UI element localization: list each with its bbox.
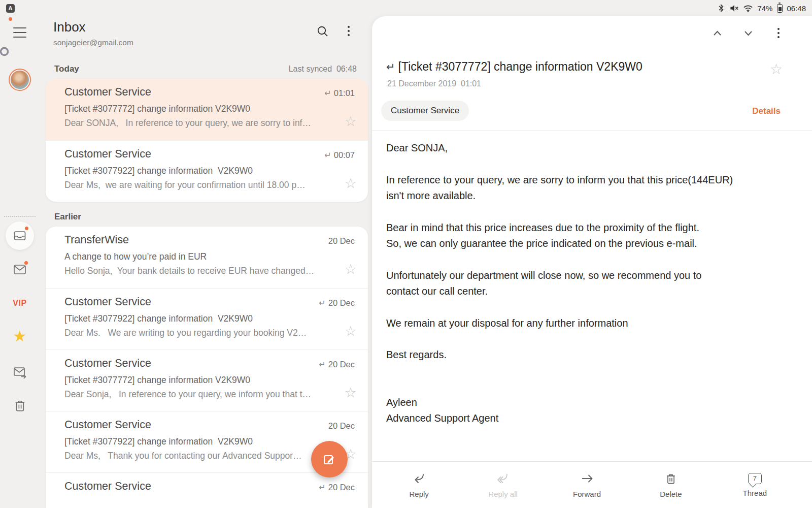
reading-subject: ↵[Ticket #3077772] change information V2… <box>386 60 761 74</box>
body-paragraph: Ayleen Advanced Support Agent <box>386 395 782 427</box>
thread-button[interactable]: 7 Thread <box>713 462 797 508</box>
list-more-icon[interactable] <box>344 24 354 38</box>
thread-count-badge: 7 <box>753 474 757 482</box>
email-subject: [Ticket #3077922] change information V2K… <box>64 313 331 324</box>
forward-button[interactable]: Forward <box>545 462 629 508</box>
email-list-item[interactable]: Customer Service ↵ 20 Dec ☆ <box>46 472 368 508</box>
email-preview: Dear Ms, Thank you for contacting our Ad… <box>64 451 331 461</box>
star-icon[interactable]: ☆ <box>345 323 357 339</box>
section-header: Earlier <box>40 208 372 226</box>
forward-icon <box>581 472 594 485</box>
next-email-icon[interactable] <box>742 27 754 39</box>
sidebar-item-inbox[interactable] <box>6 221 34 250</box>
email-list-item[interactable]: Customer Service ↵ 00:07 [Ticket #307792… <box>46 140 368 202</box>
reply-icon <box>413 472 426 485</box>
body-paragraph: Best regards. <box>386 347 782 363</box>
replied-icon: ↵ <box>319 483 325 492</box>
section-label: Today <box>54 64 79 74</box>
battery-icon <box>777 4 783 13</box>
notification-app-icon: A <box>6 4 15 13</box>
sidebar-item-vip[interactable]: VIP <box>0 299 40 308</box>
email-list-pane: Inbox sonjageier@gmail.com Today Last sy… <box>40 16 372 508</box>
email-list-item[interactable]: TransferWise ↵ 20 Dec A change to how yo… <box>46 227 368 288</box>
details-link[interactable]: Details <box>752 106 781 116</box>
email-subject: [Ticket #3077772] change information V2K… <box>64 375 331 386</box>
inbox-unread-dot <box>24 226 29 231</box>
body-paragraph: In reference to your query, we are sorry… <box>386 172 782 204</box>
body-paragraph: Bear in mind that this price increases d… <box>386 220 782 252</box>
sidebar-item-starred[interactable]: ★ <box>0 328 40 345</box>
section-label: Earlier <box>54 212 81 222</box>
menu-icon[interactable] <box>13 27 26 38</box>
replied-icon: ↵ <box>324 88 331 98</box>
bluetooth-icon <box>717 4 725 13</box>
star-icon[interactable]: ☆ <box>345 175 357 192</box>
sidebar-item-unread[interactable] <box>12 262 27 277</box>
account-email: sonjageier@gmail.com <box>53 38 133 47</box>
sender-chip[interactable]: Customer Service <box>381 101 469 121</box>
email-sender: Customer Service <box>64 296 151 308</box>
star-filled-icon: ★ <box>13 328 27 344</box>
battery-percent: 74% <box>757 4 772 13</box>
email-preview: Dear SONJA, In reference to your query, … <box>64 118 331 129</box>
star-icon[interactable]: ☆ <box>345 385 357 401</box>
status-bar: A 74% 06:48 <box>0 0 812 16</box>
email-preview: Hello Sonja, Your bank details to receiv… <box>64 266 331 276</box>
reading-pane: ↵[Ticket #3077772] change information V2… <box>372 16 812 508</box>
previous-email-icon[interactable] <box>712 27 723 39</box>
email-subject: [Ticket #3077772] change information V2K… <box>64 104 331 114</box>
email-preview: Dear Sonja, In reference to your query, … <box>64 389 331 400</box>
reading-toolbar: Reply Reply all Forward Delete 7 Thread <box>372 461 812 508</box>
delete-button[interactable]: Delete <box>629 462 713 508</box>
body-paragraph: Dear SONJA, <box>386 140 782 156</box>
replied-icon: ↵ <box>319 360 325 369</box>
page-title: Inbox <box>53 19 86 35</box>
email-body: Dear SONJA,In reference to your query, w… <box>386 140 782 460</box>
email-subject: A change to how you’re paid in EUR <box>64 251 331 262</box>
email-sender: TransferWise <box>64 234 129 246</box>
sidebar: VIP ★ <box>0 16 40 508</box>
replied-icon: ↵ <box>324 150 331 160</box>
trash-icon <box>664 472 678 485</box>
email-preview: Dear Ms. We are writing to you regarding… <box>64 328 331 338</box>
email-sections: Today Last synced 06:48 Customer Service… <box>40 60 372 508</box>
email-time: 00:07 <box>334 150 355 160</box>
reply-button[interactable]: Reply <box>377 462 461 508</box>
email-time: 20 Dec <box>328 298 355 308</box>
reply-all-icon <box>496 472 510 485</box>
header-divider <box>372 130 812 131</box>
email-subject: [Ticket #3077922] change information V2K… <box>64 436 331 447</box>
reading-more-icon[interactable] <box>773 26 784 40</box>
sidebar-item-trash[interactable] <box>13 398 27 413</box>
sidebar-account-3[interactable] <box>0 43 13 56</box>
replied-icon: ↵ <box>386 61 395 73</box>
unread-dot <box>23 260 29 266</box>
sidebar-item-sent[interactable] <box>12 364 28 380</box>
email-time: 20 Dec <box>328 483 355 492</box>
reply-all-button[interactable]: Reply all <box>461 462 545 508</box>
rail-divider <box>4 216 36 217</box>
email-sender: Customer Service <box>64 148 151 161</box>
email-list-item[interactable]: Customer Service ↵ 20 Dec [Ticket #30779… <box>46 288 368 350</box>
avatar[interactable] <box>9 69 31 91</box>
body-paragraph: We remain at your disposal for any furth… <box>386 315 782 332</box>
section-header: Today Last synced 06:48 <box>40 60 372 78</box>
star-icon[interactable]: ☆ <box>345 261 357 277</box>
compose-button[interactable] <box>311 441 348 478</box>
email-preview: Dear Ms, we are waiting for your confirm… <box>64 180 331 190</box>
search-icon[interactable] <box>316 24 329 38</box>
email-sender: Customer Service <box>64 86 151 99</box>
account-icons <box>0 16 13 56</box>
sidebar-account-2[interactable] <box>0 29 13 43</box>
subject-star-icon[interactable]: ☆ <box>770 61 783 78</box>
email-sender: Customer Service <box>64 357 151 370</box>
email-time: 20 Dec <box>328 360 355 369</box>
email-sender: Customer Service <box>64 480 151 493</box>
thread-icon: 7 <box>748 473 762 484</box>
email-list-item[interactable]: Customer Service ↵ 20 Dec [Ticket #30777… <box>46 350 368 411</box>
email-subject: [Ticket #3077922] change information V2K… <box>64 166 331 176</box>
email-list-item[interactable]: Customer Service ↵ 01:01 [Ticket #307777… <box>46 79 368 140</box>
email-time: 01:01 <box>334 88 355 98</box>
star-icon[interactable]: ☆ <box>345 113 357 130</box>
reading-date: 21 December 2019 01:01 <box>387 79 481 88</box>
